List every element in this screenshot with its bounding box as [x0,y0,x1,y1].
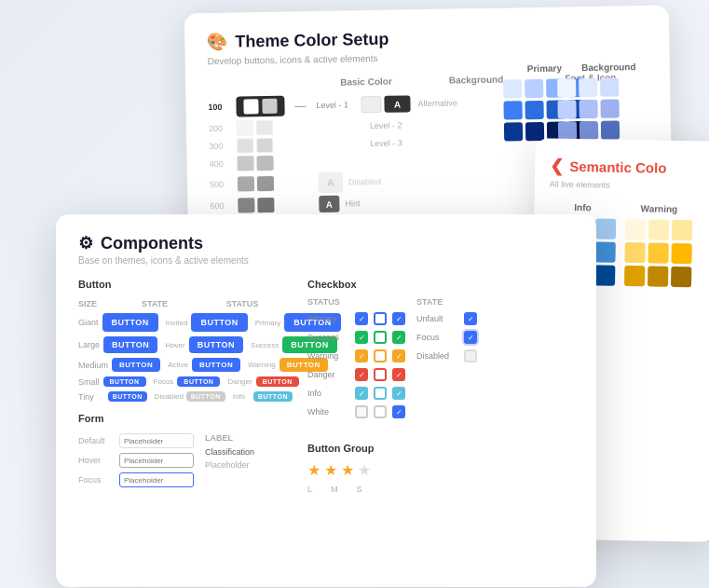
info-label: Info [549,202,616,213]
star-2[interactable]: ★ [324,461,337,479]
status-header: STATUS [192,299,293,308]
chk-danger-2[interactable] [374,368,387,381]
chk-warning-3[interactable]: ✓ [392,349,405,362]
checkbox-primary-row: Primary ✓ ✓ [307,312,405,325]
chk-warning-1[interactable]: ✓ [355,349,368,362]
warn-swatch-4 [624,242,645,263]
size-header: SIZE [78,299,117,308]
button-section: Button SIZE STATE STATUS Giant BUTTON In… [78,279,293,494]
info-swatch-9 [594,265,615,285]
chk-white-3[interactable]: ✓ [392,405,405,418]
label-header: LABEL [205,433,254,443]
chk-success-2[interactable] [374,331,387,344]
button-small-size[interactable]: BUTTON [103,376,146,387]
form-section: Form Default Hover [78,413,293,487]
checkbox-state-header: STATE [416,297,477,307]
button-tiny-state[interactable]: BUTTON [186,391,225,402]
button-group-title: Button Group [307,443,574,454]
checkbox-section: Checkbox STATUS Primary ✓ ✓ Success [307,279,574,494]
button-giant-state[interactable]: BUTTON [191,313,247,332]
star-rating-row: ★ ★ ★ ★ [307,461,574,479]
button-group-section: Button Group ★ ★ ★ ★ L M S [307,443,574,494]
form-section-title: Form [78,413,293,424]
checkbox-white-row: White ✓ [307,405,405,418]
chk-focus[interactable]: ✓ [464,331,477,344]
chk-info-2[interactable] [374,387,387,400]
checkbox-danger-row: Danger ✓ ✓ [307,368,405,381]
warn-swatch-1 [625,219,646,239]
form-col-inputs: Default Hover Focus [78,433,194,487]
warn-swatch-3 [672,220,692,240]
table-row: Medium BUTTON Active BUTTON Warning BUTT… [78,358,293,372]
chk-danger-3[interactable]: ✓ [392,368,405,381]
button-small-status[interactable]: BUTTON [256,376,299,387]
table-row: Small BUTTON Focus BUTTON Danger BUTTON [78,376,293,387]
basic-color-header: Basic Color [313,75,418,88]
checkbox-state-col: STATE Unfault ✓ Focus ✓ Disabled [416,297,477,424]
chk-unfault[interactable]: ✓ [464,312,477,325]
checkbox-info-row: Info ✓ ✓ [307,387,405,400]
button-medium-state[interactable]: BUTTON [192,358,240,372]
components-card-subtitle: Base on themes, icons & active elements [78,255,574,266]
warn-swatch-8 [648,266,668,286]
warn-swatch-2 [648,219,669,239]
warning-col: Warning [624,203,693,294]
chk-danger-1[interactable]: ✓ [355,368,368,381]
table-row: Giant BUTTON Invited BUTTON Primary BUTT… [78,313,293,332]
star-3[interactable]: ★ [341,461,354,479]
size-l: L [307,485,312,494]
checkbox-disabled-row: Disabled [416,349,477,362]
chk-success-3[interactable]: ✓ [392,331,405,344]
form-default-input[interactable] [119,433,194,448]
checkbox-warning-row: Warning ✓ ✓ [307,349,405,362]
checkbox-status-header: STATUS [307,297,405,307]
semantic-card-subtitle: All live elements [550,180,706,192]
warning-label: Warning [625,203,692,214]
star-1[interactable]: ★ [307,461,320,479]
background-label: Background [557,62,661,74]
button-giant-size[interactable]: BUTTON [102,313,158,332]
checkbox-section-title: Checkbox [307,279,574,290]
components-card-title: ⚙ Components [78,233,574,253]
info-swatch-6 [594,241,615,262]
checkbox-unfault-row: Unfault ✓ [416,312,477,325]
form-col-labels: LABEL Classification Placeholder [205,433,254,487]
chk-white-1[interactable] [355,405,368,418]
warning-grid [624,219,692,287]
form-hover-input[interactable] [119,453,194,468]
size-s: S [357,485,362,494]
star-4[interactable]: ★ [358,461,371,479]
warn-swatch-9 [671,267,691,287]
chk-info-3[interactable]: ✓ [392,387,405,400]
theme-card-title: 🎨 Theme Color Setup [207,24,647,52]
button-tiny-size[interactable]: BUTTON [108,391,147,402]
size-m: M [331,485,338,494]
button-medium-size[interactable]: BUTTON [112,358,160,372]
chk-success-1[interactable]: ✓ [355,331,368,344]
button-tiny-status[interactable]: BUTTON [253,391,293,402]
button-large-size[interactable]: BUTTON [103,336,157,353]
table-row: Tiny BUTTON Disabled BUTTON Info BUTTON [78,391,293,402]
chk-info-1[interactable]: ✓ [355,387,368,400]
chk-white-2[interactable] [374,405,387,418]
table-row: Large BUTTON Hover BUTTON Success BUTTON [78,336,293,353]
chevron-left-icon: ❮ [550,156,564,176]
warn-swatch-6 [671,243,691,264]
info-swatch-3 [595,218,616,239]
button-large-state[interactable]: BUTTON [189,336,243,353]
form-focus-input[interactable] [119,472,194,487]
button-small-state[interactable]: BUTTON [177,376,220,387]
state-header: STATE [117,299,192,308]
checkbox-success-row: Success ✓ ✓ [307,331,405,344]
semantic-card-title: ❮ Semantic Colo [550,156,706,179]
warn-swatch-5 [648,242,668,263]
chk-primary-3[interactable]: ✓ [392,312,405,325]
chk-primary-2[interactable] [374,312,387,325]
chk-primary-1[interactable]: ✓ [355,312,368,325]
chk-warning-2[interactable] [374,349,387,362]
fire-icon: 🎨 [207,32,227,52]
checkbox-status-col: STATUS Primary ✓ ✓ Success ✓ ✓ [307,297,405,424]
warn-swatch-7 [624,266,645,286]
size-labels-row: L M S [307,485,574,494]
checkbox-focus-row: Focus ✓ [416,331,477,344]
